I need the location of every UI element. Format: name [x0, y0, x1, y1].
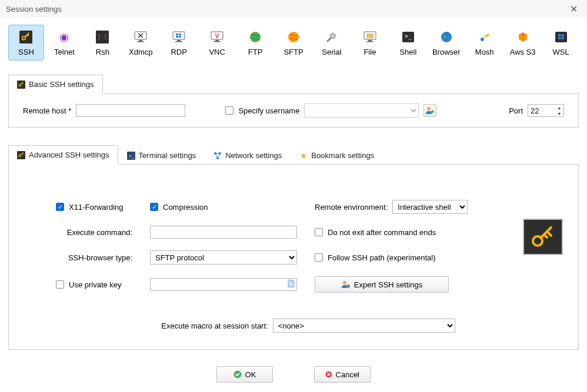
cancel-button[interactable]: Cancel: [314, 366, 371, 383]
monitor-v-icon: V: [210, 30, 224, 44]
proto-serial[interactable]: Serial: [314, 25, 350, 61]
svg-rect-23: [368, 40, 372, 41]
svg-rect-31: [561, 34, 564, 36]
svg-text:>_: >_: [129, 153, 135, 159]
proto-label: File: [363, 48, 376, 56]
ssh-browser-select[interactable]: SFTP protocol: [150, 250, 297, 264]
remote-env-label: Remote environment:: [315, 203, 388, 212]
terminal-icon: >_: [127, 152, 135, 160]
svg-point-27: [441, 32, 452, 42]
dialog-buttons: OK Cancel: [8, 366, 579, 383]
x-circle-icon: [325, 370, 332, 378]
svg-rect-11: [179, 36, 181, 38]
terminal-icon: >_: [401, 30, 415, 44]
svg-rect-13: [175, 41, 182, 42]
user-gear-icon: [341, 280, 351, 289]
port-label: Port: [509, 106, 523, 115]
expert-ssh-button[interactable]: Expert SSH settings: [315, 276, 449, 293]
proto-file[interactable]: File: [352, 25, 388, 61]
proto-label: Mosh: [475, 48, 494, 56]
x11-forwarding-checkbox[interactable]: ✓: [56, 203, 64, 211]
specify-username-checkbox[interactable]: [225, 106, 234, 115]
advanced-panel: ✓ X11-Forwarding ✓ Compression Remote en…: [8, 164, 579, 350]
globe-icon: ◉: [57, 30, 71, 44]
close-icon[interactable]: ✕: [566, 2, 581, 16]
earth-icon: [439, 30, 453, 44]
svg-text:⋮⋮: ⋮⋮: [96, 33, 109, 41]
globe-green-icon: [248, 30, 262, 44]
port-spin-up[interactable]: ▲: [555, 105, 563, 110]
svg-point-36: [427, 107, 431, 110]
check-circle-icon: [234, 370, 242, 378]
proto-shell[interactable]: >_ Shell: [390, 25, 426, 61]
key-icon: [17, 81, 25, 89]
ssh-browser-label: SSH-browser type:: [68, 253, 132, 262]
tab-terminal-settings[interactable]: >_ Terminal settings: [118, 146, 205, 165]
key-icon: [19, 30, 33, 44]
ok-button[interactable]: OK: [216, 366, 273, 383]
globe-orange-icon: [286, 30, 301, 44]
file-icon: [288, 280, 295, 290]
svg-rect-29: [555, 32, 567, 42]
proto-ftp[interactable]: FTP: [238, 25, 274, 61]
follow-path-label: Follow SSH path (experimental): [328, 253, 436, 262]
proto-browser[interactable]: Browser: [428, 25, 464, 61]
port-spin-down[interactable]: ▼: [555, 110, 563, 116]
svg-point-44: [343, 281, 346, 284]
no-exit-checkbox[interactable]: [315, 228, 323, 236]
satellite-icon: [478, 30, 492, 44]
proto-mosh[interactable]: Mosh: [466, 25, 502, 61]
remote-host-input[interactable]: [76, 104, 185, 117]
title-bar: Session settings ✕: [0, 0, 587, 18]
proto-label: SFTP: [284, 48, 303, 56]
window-title: Session settings: [6, 5, 62, 14]
proto-ssh[interactable]: SSH: [8, 25, 44, 61]
follow-path-checkbox[interactable]: [315, 253, 323, 262]
remote-env-select[interactable]: Interactive shell: [392, 200, 468, 214]
proto-label: Rsh: [96, 48, 109, 56]
private-key-input[interactable]: [150, 278, 297, 291]
manage-users-button[interactable]: [423, 104, 436, 117]
svg-rect-12: [177, 40, 181, 41]
proto-label: RDP: [171, 48, 186, 56]
tab-bookmark-settings[interactable]: ★ Bookmark settings: [291, 146, 383, 165]
svg-rect-6: [137, 41, 144, 42]
svg-rect-8: [176, 33, 178, 35]
svg-point-18: [250, 32, 261, 42]
proto-rsh[interactable]: ⋮⋮ Rsh: [85, 25, 121, 61]
ok-label: OK: [245, 370, 256, 379]
proto-label: VNC: [209, 48, 225, 56]
proto-telnet[interactable]: ◉ Telnet: [46, 25, 82, 61]
tab-label: Terminal settings: [139, 151, 196, 160]
proto-label: Shell: [399, 48, 416, 56]
proto-xdmcp[interactable]: Xdmcp: [123, 25, 159, 61]
proto-label: Aws S3: [510, 48, 536, 56]
private-key-label: Use private key: [69, 280, 122, 289]
username-select[interactable]: [304, 103, 419, 118]
exec-cmd-label: Execute command:: [67, 228, 132, 237]
macro-select[interactable]: <none>: [273, 319, 455, 333]
private-key-checkbox[interactable]: [56, 280, 64, 289]
star-icon: ★: [299, 152, 308, 160]
exec-cmd-input[interactable]: [150, 226, 297, 239]
macro-label: Execute macro at session start:: [161, 321, 268, 330]
basic-tabs: Basic SSH settings: [8, 75, 579, 94]
advanced-tabs: Advanced SSH settings >_ Terminal settin…: [8, 145, 579, 165]
svg-rect-33: [561, 37, 564, 39]
proto-awss3[interactable]: Aws S3: [505, 25, 541, 61]
proto-vnc[interactable]: V VNC: [199, 25, 235, 61]
proto-wsl[interactable]: WSL: [543, 25, 579, 61]
tab-label: Basic SSH settings: [29, 80, 94, 89]
x11-forwarding-label: X11-Forwarding: [69, 203, 124, 212]
tab-advanced-ssh[interactable]: Advanced SSH settings: [8, 145, 118, 165]
monitor-x-icon: [134, 30, 148, 44]
tab-label: Network settings: [225, 151, 282, 160]
tab-network-settings[interactable]: Network settings: [205, 146, 291, 165]
proto-rdp[interactable]: RDP: [161, 25, 197, 61]
tab-basic-ssh[interactable]: Basic SSH settings: [8, 75, 103, 94]
proto-label: Telnet: [54, 48, 75, 56]
proto-sftp[interactable]: SFTP: [276, 25, 312, 61]
compression-checkbox[interactable]: ✓: [150, 203, 158, 211]
key-icon: [17, 151, 25, 159]
proto-label: Browser: [432, 48, 461, 56]
